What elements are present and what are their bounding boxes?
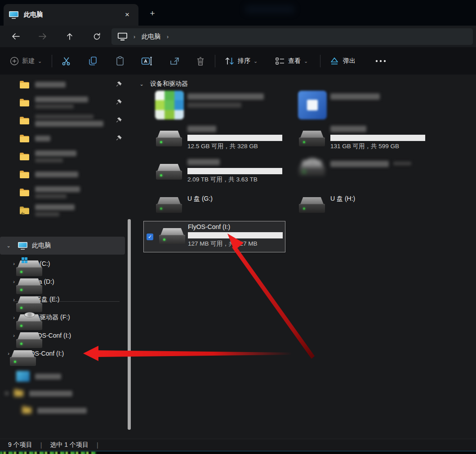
sidebar-pinned-folder[interactable] — [0, 93, 125, 111]
tile-usb-g[interactable]: U 盘 (G:) — [143, 190, 285, 221]
up-button[interactable] — [63, 30, 76, 43]
folder-icon — [19, 188, 30, 197]
refresh-button[interactable] — [90, 30, 103, 43]
tab-close-icon[interactable]: × — [121, 9, 133, 21]
sidebar-folder[interactable] — [0, 165, 125, 183]
eject-icon — [329, 56, 340, 66]
sidebar-folder[interactable] — [0, 201, 125, 219]
tile-redacted-app[interactable] — [286, 90, 427, 120]
clipboard-icon — [115, 56, 125, 66]
more-options-button[interactable] — [375, 53, 387, 69]
chevron-down-icon[interactable]: ⌄ — [138, 81, 145, 87]
folder-shortcut-icon — [19, 206, 30, 215]
folder-icon — [19, 98, 30, 107]
breadcrumb-chevron-icon: › — [133, 34, 135, 40]
sidebar-item-this-pc[interactable]: ⌄ 此电脑 — [0, 237, 125, 255]
sidebar-item-redacted[interactable] — [0, 367, 125, 385]
sidebar-pinned-folder[interactable] — [0, 75, 125, 93]
sidebar-item-redacted[interactable] — [0, 384, 125, 402]
command-toolbar: 新建⌄ 排序⌄ 查看⌄ 弹出 — [0, 47, 476, 75]
chevron-right-icon[interactable]: › — [11, 297, 17, 302]
section-title: 设备和驱动器 — [150, 80, 188, 88]
sidebar-folder[interactable] — [0, 147, 125, 165]
folder-icon — [13, 388, 24, 397]
drive-icon — [159, 228, 185, 245]
toolbar-divider — [320, 55, 320, 67]
sidebar-item-flyos-conf-1[interactable]: › FlyOS-Conf (I:) — [0, 326, 125, 344]
rename-button[interactable] — [141, 53, 153, 69]
copy-button[interactable] — [88, 53, 98, 69]
usb-drive-icon — [299, 197, 325, 214]
capacity-text: 127 MB 可用，共 127 MB — [188, 240, 258, 248]
sidebar-pinned-folder[interactable] — [0, 111, 125, 129]
file-explorer-window: 此电脑 × + › 此电脑 › 新建⌄ — [0, 0, 476, 454]
folder-icon — [19, 152, 30, 161]
chevron-down-icon[interactable]: ⌄ — [5, 243, 12, 249]
plus-circle-icon — [10, 57, 19, 66]
cd-drive-icon — [299, 160, 325, 177]
back-button[interactable] — [9, 30, 22, 43]
rename-icon — [141, 56, 153, 66]
toolbar-divider — [52, 55, 52, 67]
sidebar: ⌄ 此电脑 › OS (C:) › Data (D:) › 数据盘 (E:) ›… — [0, 75, 134, 439]
chevron-right-icon[interactable]: › — [5, 351, 12, 356]
chevron-right-icon[interactable]: › — [11, 261, 17, 266]
drive-name: U 盘 (G:) — [187, 194, 213, 203]
capacity-text: 2.09 TB 可用，共 3.63 TB — [187, 176, 258, 184]
ellipsis-icon — [375, 59, 387, 63]
paste-button[interactable] — [115, 53, 125, 69]
eject-button[interactable]: 弹出 — [329, 53, 356, 69]
tab-this-pc[interactable]: 此电脑 × — [4, 4, 138, 26]
forward-button[interactable] — [36, 30, 49, 43]
capacity-bar — [188, 232, 283, 238]
sidebar-item-data-e[interactable]: › 数据盘 (E:) — [0, 291, 125, 309]
delete-button[interactable] — [196, 53, 205, 69]
trash-icon — [196, 56, 205, 66]
content-pane: ⌄ 设备和驱动器 12.5 GB 可用，共 328 GB 131 GB 可用，共… — [134, 75, 476, 439]
selection-count: 选中 1 个项目 — [50, 441, 89, 449]
folder-icon — [19, 170, 30, 179]
section-devices-and-drives[interactable]: ⌄ 设备和驱动器 — [138, 80, 188, 88]
usb-drive-icon — [156, 197, 182, 214]
share-button[interactable] — [169, 53, 180, 69]
breadcrumb-chevron-icon[interactable]: › — [167, 34, 169, 40]
chevron-right-icon[interactable]: › — [11, 333, 17, 338]
tile-drive-redacted[interactable]: 2.09 TB 可用，共 3.63 TB — [143, 157, 285, 188]
sidebar-item-os-c[interactable]: › OS (C:) — [0, 255, 125, 273]
tile-drive-redacted[interactable]: 131 GB 可用，共 599 GB — [286, 124, 427, 154]
chevron-right-icon[interactable]: › — [11, 279, 17, 284]
sidebar-item-data-d[interactable]: › Data (D:) — [0, 273, 125, 291]
breadcrumb-item-this-pc[interactable]: 此电脑 — [142, 33, 160, 41]
titlebar-blur-smudge — [245, 5, 294, 13]
new-button[interactable]: 新建⌄ — [10, 53, 42, 69]
capacity-bar — [187, 168, 282, 174]
capacity-bar — [330, 135, 425, 141]
cut-button[interactable] — [61, 53, 72, 69]
breadcrumb[interactable]: › 此电脑 › — [111, 28, 473, 45]
tile-drive-redacted[interactable]: 12.5 GB 可用，共 328 GB — [143, 124, 285, 154]
drive-icon — [299, 130, 325, 147]
sidebar-item-flyos-conf-2[interactable]: › FlyOS-Conf (I:) — [0, 344, 125, 362]
status-bar: 9 个项目 | 选中 1 个项目 | — [0, 439, 476, 451]
sidebar-item-cd-f[interactable]: › CD 驱动器 (F:) — [0, 309, 125, 326]
copy-icon — [88, 56, 98, 66]
sidebar-scrollbar[interactable] — [128, 219, 131, 430]
tile-flyos-conf-selected[interactable]: ✓ FlyOS-Conf (I:) 127 MB 可用，共 127 MB — [143, 221, 285, 252]
drive-icon — [156, 163, 182, 181]
new-tab-button[interactable]: + — [146, 7, 159, 20]
sidebar-folder[interactable] — [0, 183, 125, 201]
tile-usb-h[interactable]: U 盘 (H:) — [286, 190, 427, 221]
tab-title: 此电脑 — [24, 11, 121, 19]
tile-drive-redacted[interactable] — [286, 157, 427, 188]
chevron-right-icon[interactable]: › — [11, 315, 17, 320]
app-icon — [298, 91, 327, 119]
tile-redacted-app[interactable] — [143, 90, 285, 120]
sidebar-pinned-folder[interactable] — [0, 129, 125, 147]
view-button[interactable]: 查看⌄ — [275, 53, 308, 69]
selection-checkbox[interactable]: ✓ — [147, 234, 153, 240]
bottom-glitch-strip — [0, 451, 476, 454]
sort-button[interactable]: 排序⌄ — [225, 53, 258, 69]
title-bar: 此电脑 × + — [0, 0, 476, 26]
sidebar-item-redacted[interactable] — [0, 401, 125, 419]
drive-icon — [156, 130, 182, 147]
